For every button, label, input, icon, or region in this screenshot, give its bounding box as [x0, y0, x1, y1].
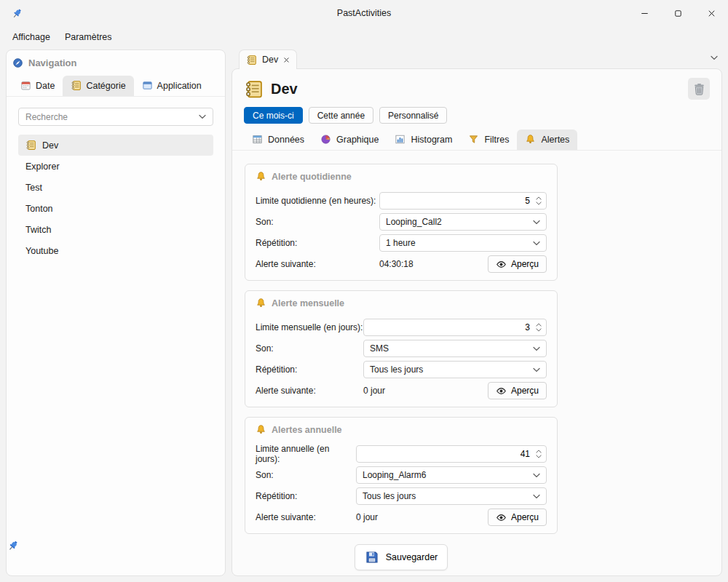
bar-chart-icon	[395, 134, 405, 145]
alert-group-monthly: Alerte mensuelle Limite mensuelle (en jo…	[245, 290, 558, 407]
group-title: Alerte mensuelle	[256, 298, 547, 308]
compass-icon	[12, 57, 23, 68]
bell-icon	[525, 134, 536, 145]
sound-row: Son: SMS	[256, 340, 547, 357]
search-combobox[interactable]	[18, 108, 213, 126]
repeat-row: Répétition: 1 heure	[256, 234, 547, 252]
spinner[interactable]	[536, 450, 542, 458]
repeat-row: Répétition: Tous les jours	[256, 361, 547, 378]
yearly-limit-input[interactable]	[363, 449, 536, 459]
yearly-limit-spinbox[interactable]	[356, 445, 547, 463]
chevron-down-icon[interactable]	[536, 202, 542, 205]
sidebar-tab-application[interactable]: Application	[134, 76, 210, 96]
next-alert-row: Alerte suivante: 0 jour Aperçu	[256, 509, 547, 526]
list-item-youtube[interactable]: Youtube	[18, 240, 213, 261]
chevron-down-icon[interactable]	[536, 328, 542, 332]
list-item-dev[interactable]: Dev	[18, 135, 213, 156]
table-icon	[252, 134, 263, 145]
notebook-icon	[25, 140, 36, 151]
preview-label: Aperçu	[511, 512, 539, 522]
sound-row: Son: Looping_Call2	[256, 213, 547, 231]
chevron-down-icon[interactable]	[533, 367, 540, 372]
spinner[interactable]	[536, 323, 542, 332]
monthly-limit-spinbox[interactable]	[363, 319, 547, 336]
limit-row: Limite quotidienne (en heures):	[256, 192, 547, 210]
save-row: Sauvegarder	[245, 544, 558, 570]
period-custom-button[interactable]: Personnalisé	[379, 107, 447, 124]
combobox-value: Tous les jours	[370, 364, 423, 375]
group-title: Alerte quotidienne	[256, 171, 547, 182]
menubar: Affichage Paramètres	[0, 26, 728, 48]
tab-filtres[interactable]: Filtres	[460, 129, 517, 150]
daily-limit-spinbox[interactable]	[379, 192, 547, 210]
preview-label: Aperçu	[511, 259, 539, 269]
chevron-down-icon[interactable]	[533, 346, 540, 351]
yearly-sound-combobox[interactable]: Looping_Alarm6	[356, 466, 547, 484]
chevron-down-icon[interactable]	[533, 473, 540, 478]
menu-affichage[interactable]: Affichage	[6, 28, 57, 46]
tab-list-chevron-icon[interactable]	[711, 55, 718, 60]
group-title-text: Alerte mensuelle	[272, 298, 344, 308]
save-icon	[365, 550, 379, 565]
sidebar-tab-date[interactable]: Date	[12, 76, 63, 96]
list-item-tonton[interactable]: Tonton	[18, 198, 213, 219]
tab-graphique[interactable]: Graphique	[312, 129, 387, 150]
tab-label: Filtres	[484, 135, 509, 145]
monthly-sound-combobox[interactable]: SMS	[363, 340, 547, 357]
next-alert-label: Alerte suivante:	[256, 259, 316, 269]
period-this-month-button[interactable]: Ce mois-ci	[244, 107, 303, 124]
sound-row: Son: Looping_Alarm6	[256, 466, 547, 484]
daily-limit-input[interactable]	[386, 196, 536, 206]
list-item-test[interactable]: Test	[18, 177, 213, 198]
menu-parametres[interactable]: Paramètres	[58, 28, 119, 46]
monthly-limit-input[interactable]	[370, 322, 536, 332]
list-item-label: Dev	[42, 140, 58, 151]
chevron-down-icon[interactable]	[533, 494, 540, 499]
bell-icon	[256, 171, 266, 182]
category-list: Dev Explorer Test Tonton Twitch Youtube	[7, 133, 225, 263]
next-alert-controls: 0 jour Aperçu	[356, 509, 547, 526]
document-tab-dev[interactable]: Dev	[239, 49, 297, 69]
list-item-twitch[interactable]: Twitch	[18, 219, 213, 240]
sidebar-tab-categorie[interactable]: Catégorie	[63, 76, 133, 96]
combobox-value: Looping_Alarm6	[363, 470, 426, 480]
sound-label: Son:	[256, 217, 274, 227]
tab-donnees[interactable]: Données	[244, 129, 312, 150]
group-title-text: Alerte quotidienne	[272, 172, 352, 182]
eye-icon	[496, 386, 507, 396]
chevron-down-icon[interactable]	[533, 220, 540, 225]
daily-preview-button[interactable]: Aperçu	[488, 255, 547, 273]
yearly-preview-button[interactable]: Aperçu	[488, 509, 547, 526]
next-alert-value: 0 jour	[356, 512, 378, 522]
chevron-up-icon[interactable]	[536, 450, 542, 453]
chevron-up-icon[interactable]	[536, 323, 542, 327]
period-label: Ce mois-ci	[253, 111, 294, 121]
monthly-preview-button[interactable]: Aperçu	[488, 382, 547, 399]
yearly-repeat-combobox[interactable]: Tous les jours	[356, 487, 547, 505]
daily-sound-combobox[interactable]: Looping_Call2	[379, 213, 547, 231]
page-header: Dev	[232, 69, 721, 100]
tab-histogram[interactable]: Histogram	[387, 129, 460, 150]
limit-label: Limite quotidienne (en heures):	[256, 196, 376, 206]
pushpin-icon[interactable]	[7, 539, 20, 552]
chevron-down-icon[interactable]	[533, 241, 540, 246]
close-tab-icon[interactable]	[283, 57, 290, 63]
save-button[interactable]: Sauvegarder	[355, 544, 448, 570]
delete-category-button[interactable]	[688, 78, 710, 100]
save-button-label: Sauvegarder	[386, 552, 438, 562]
daily-repeat-combobox[interactable]: 1 heure	[379, 234, 547, 252]
spinner[interactable]	[536, 196, 542, 205]
limit-label: Limite annuelle (en jours):	[256, 444, 356, 464]
tab-alertes[interactable]: Alertes	[517, 129, 577, 150]
document-tab-label: Dev	[262, 55, 278, 65]
chevron-down-icon[interactable]	[199, 114, 206, 119]
limit-row: Limite mensuelle (en jours):	[256, 319, 547, 336]
list-item-explorer[interactable]: Explorer	[18, 156, 213, 177]
period-this-year-button[interactable]: Cette année	[309, 107, 373, 124]
search-input[interactable]	[25, 112, 199, 122]
chevron-up-icon[interactable]	[536, 196, 542, 200]
next-alert-row: Alerte suivante: 0 jour Aperçu	[256, 382, 547, 399]
app-window-icon	[142, 80, 153, 91]
monthly-repeat-combobox[interactable]: Tous les jours	[363, 361, 547, 378]
chevron-down-icon[interactable]	[536, 455, 542, 458]
